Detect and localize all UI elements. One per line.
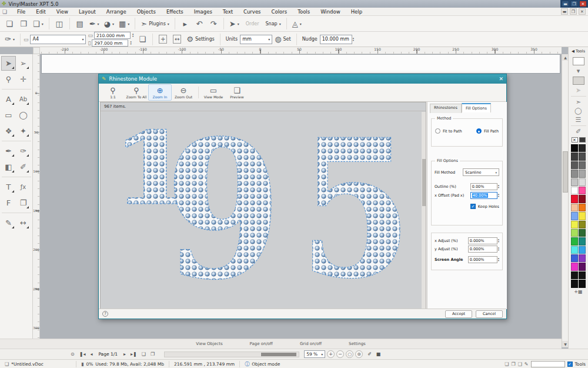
scroll-thumb[interactable] [563, 151, 568, 193]
dialog-close-icon[interactable]: ✕ [499, 76, 503, 82]
pen-plot-icon[interactable]: ✐ [368, 352, 372, 357]
run-icon[interactable]: ▸ [179, 17, 192, 30]
palette-color-swatch[interactable] [579, 221, 586, 228]
minimize-icon[interactable]: ▬ [562, 1, 569, 7]
menu-objects[interactable]: Objects [132, 9, 161, 15]
preview-button[interactable]: ❑Preview [225, 84, 249, 101]
menu-images[interactable]: Images [189, 9, 218, 15]
undo-icon[interactable]: ↶ [193, 17, 206, 30]
palette-color-swatch[interactable] [579, 212, 586, 220]
calligraphy-tool[interactable]: ✑ [16, 144, 31, 158]
pen-color-swatch[interactable] [579, 137, 586, 142]
palette-color-swatch[interactable] [571, 204, 578, 211]
palette-color-swatch[interactable] [571, 144, 578, 152]
palette-color-swatch[interactable] [579, 152, 586, 160]
save-icon[interactable]: ◫ [53, 17, 66, 30]
shapes-tool[interactable]: ✦ [16, 124, 31, 138]
page-height-input[interactable]: 297.000 mm [92, 39, 128, 47]
palette-color-swatch[interactable] [579, 161, 586, 169]
keep-holes-checkbox[interactable]: ✓ [470, 204, 476, 209]
screen-angle-input[interactable]: 0.000% [468, 256, 497, 263]
palette-color-swatch[interactable] [571, 237, 578, 245]
previous-page-icon[interactable]: ◂ [90, 352, 92, 357]
palette-color-swatch[interactable] [579, 246, 586, 254]
palette-color-swatch[interactable] [571, 161, 578, 169]
paint-tool[interactable]: ✐ [16, 160, 31, 174]
palette-color-swatch[interactable] [579, 170, 586, 177]
link-page-on-off[interactable]: Page on/off [250, 342, 273, 346]
canvas-horizontal-scrollbar[interactable] [164, 352, 299, 357]
save-as-icon[interactable]: ❑▾ [31, 17, 45, 30]
nudge-spinner[interactable]: ▴▾ [353, 37, 354, 42]
text-box-tool[interactable]: Ab [16, 92, 31, 107]
ink-square-icon[interactable]: ■ [376, 352, 381, 357]
stroke-color-swatch[interactable] [573, 77, 584, 85]
palette-color-swatch[interactable] [571, 212, 578, 220]
menu-curves[interactable]: Curves [238, 9, 266, 15]
menu-view[interactable]: View [51, 9, 74, 15]
new-document-icon[interactable]: ❏ [3, 17, 16, 30]
palette-color-swatch[interactable] [579, 178, 586, 186]
cancel-button[interactable]: Cancel [476, 310, 503, 318]
annotate-icon[interactable]: ✎ [524, 362, 529, 367]
open-document-icon[interactable]: ❒ [17, 17, 30, 30]
palette-color-swatch[interactable] [571, 195, 578, 203]
menu-layout[interactable]: Layout [74, 9, 101, 15]
y-adjust-spinner[interactable]: ▴▾ [498, 247, 499, 251]
page-size-select[interactable]: A4▾ [30, 35, 86, 44]
palette-color-swatch[interactable] [571, 280, 578, 287]
menu-help[interactable]: Help [346, 9, 368, 15]
pan-tool[interactable]: ✛ [16, 72, 31, 87]
fit-page-icon[interactable]: ↔ [171, 33, 183, 46]
circle-icon[interactable]: ◯ [574, 107, 582, 115]
link-view-objects[interactable]: View Objects [196, 342, 222, 346]
menu-window[interactable]: Window [315, 9, 346, 15]
add-palette-icon[interactable]: +▦ [574, 289, 582, 294]
outline-input[interactable]: 0.00% [470, 183, 497, 190]
plugins-icon[interactable]: ➣Plugins▾ [139, 17, 171, 30]
cutter-icon[interactable]: ▦▾ [117, 17, 131, 30]
view-mode-button[interactable]: ▭View Mode [202, 84, 225, 101]
mdi-restore-icon[interactable]: ❐ [570, 8, 577, 15]
palette-color-swatch[interactable] [571, 254, 578, 262]
palette-color-swatch[interactable] [579, 280, 586, 287]
link-grid-on-off[interactable]: Grid on/off [300, 342, 322, 346]
outline-spinner[interactable]: ▴▾ [498, 184, 499, 189]
first-page-icon[interactable]: ❚◂ [79, 352, 86, 357]
x-offset-input[interactable]: 40.00% [470, 192, 497, 199]
x-adjust-input[interactable]: 0.000% [468, 237, 497, 244]
zoom-in-icon[interactable]: + [327, 350, 335, 358]
no-color-swatch[interactable]: ✕ [572, 137, 578, 142]
zoom-page-icon[interactable]: ○ [346, 350, 353, 358]
digit-9[interactable]: 9 [165, 102, 282, 309]
last-page-icon[interactable]: ▸❚ [131, 352, 137, 357]
page-width-input[interactable]: 210.000 mm [94, 32, 131, 39]
fill-tool[interactable]: ◧ [1, 160, 16, 174]
tab-rhinestones[interactable]: Rhinestones [430, 104, 462, 113]
zoom-fit-icon[interactable]: ⊛ [355, 350, 363, 358]
plot-tool[interactable]: ✎ [1, 216, 16, 230]
preview-scrollbar[interactable] [422, 112, 426, 309]
knife-tool-icon[interactable]: ✑▾ [3, 33, 16, 46]
menu-colors[interactable]: Colors [266, 9, 293, 15]
zoom-out-icon[interactable]: − [336, 350, 344, 358]
distort-tool[interactable]: F [1, 195, 16, 210]
palette-color-swatch[interactable] [579, 229, 586, 237]
fit-to-path-option[interactable]: Fit to Path [435, 128, 462, 134]
palette-color-swatch[interactable] [571, 152, 578, 160]
tab-fill-options[interactable]: Fill Options [462, 103, 491, 112]
collapse-icon[interactable]: ◀ [572, 49, 574, 54]
palette-color-swatch[interactable] [571, 263, 578, 270]
zoom-in-button[interactable]: ⊕Zoom In [148, 84, 172, 101]
pin-tool-icon[interactable]: ✒▾ [88, 17, 101, 30]
node-edit-tool[interactable]: ➢ [16, 56, 31, 71]
menu-arrange[interactable]: Arrange [101, 9, 132, 15]
nudge-input[interactable]: 10.000 mm [320, 35, 352, 44]
duplicate-page-icon[interactable]: ❐ [151, 352, 155, 357]
text-tool[interactable]: A [1, 92, 16, 107]
spray-icon[interactable]: ◬▾ [290, 17, 303, 30]
palette-color-swatch[interactable] [579, 144, 586, 152]
page-checkbox-icon[interactable]: ▭ [24, 37, 29, 42]
select-tool[interactable]: ➤ [1, 56, 16, 71]
x-adjust-spinner[interactable]: ▴▾ [498, 238, 499, 243]
